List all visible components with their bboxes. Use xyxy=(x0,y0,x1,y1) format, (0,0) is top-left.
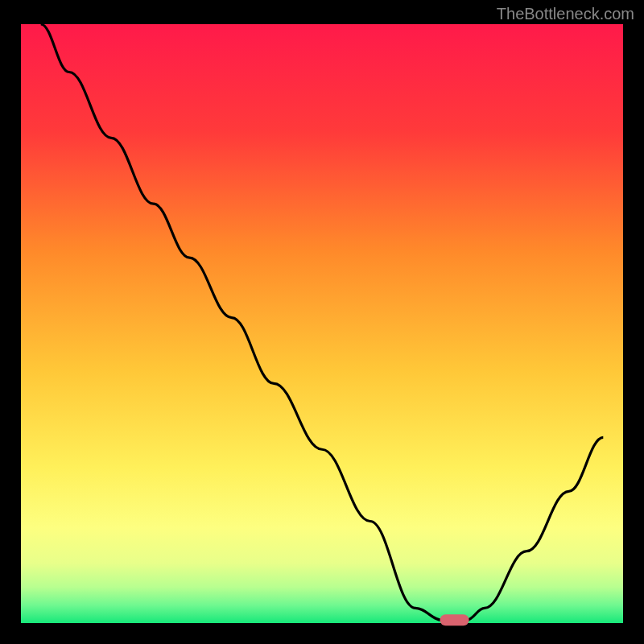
chart-svg xyxy=(0,0,644,644)
watermark-text: TheBottleneck.com xyxy=(497,5,634,23)
bottleneck-chart: TheBottleneck.com xyxy=(0,0,644,644)
gradient-background xyxy=(21,24,623,623)
optimal-marker xyxy=(440,614,469,625)
